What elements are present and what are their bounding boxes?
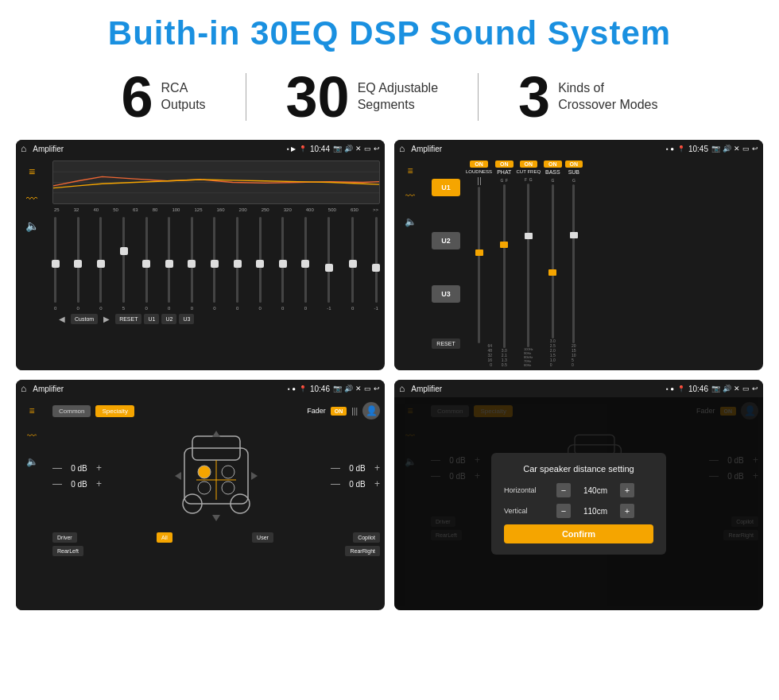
home-icon-3[interactable]: ⌂ — [21, 383, 26, 394]
eq-slider-14[interactable]: 0 — [351, 215, 354, 311]
stat-eq: 30 EQ AdjustableSegments — [246, 68, 479, 126]
horizontal-plus-btn[interactable]: + — [620, 483, 634, 497]
copilot-btn[interactable]: Copilot — [353, 532, 380, 543]
camera-icon-1: 📷 — [333, 145, 342, 153]
eq-icon-2[interactable]: ≡ — [407, 165, 413, 176]
u3-btn[interactable]: U3 — [432, 285, 460, 303]
fader-db-val-4: 0 dB — [343, 480, 371, 489]
back-icon-3[interactable]: ↩ — [374, 385, 380, 393]
fader-plus-3[interactable]: + — [374, 462, 380, 474]
fader-left-controls: — 0 dB + — 0 dB + — [52, 462, 102, 489]
wave-icon-2[interactable]: 〰 — [405, 191, 415, 202]
slider-val-15: -1 — [374, 306, 378, 311]
eq-slider-15[interactable]: -1 — [374, 215, 378, 311]
freq-500: 500 — [328, 207, 336, 212]
eq-icon-3[interactable]: ≡ — [29, 405, 34, 416]
speaker-icon-2[interactable]: 🔈 — [405, 216, 417, 227]
home-icon-4[interactable]: ⌂ — [399, 383, 405, 394]
back-icon-4[interactable]: ↩ — [752, 385, 758, 393]
u2-btn[interactable]: U2 — [432, 232, 460, 249]
fader-minus-1[interactable]: — — [52, 462, 62, 474]
vertical-minus-btn[interactable]: − — [556, 504, 571, 518]
speaker-icon[interactable]: 🔈 — [25, 219, 39, 232]
eq-slider-2[interactable]: 0 — [77, 215, 79, 311]
slider-val-9: 0 — [236, 306, 238, 311]
eq-slider-7[interactable]: 0 — [191, 215, 193, 311]
user-btn[interactable]: User — [252, 532, 273, 543]
phat-label: PHAT — [497, 169, 511, 175]
fader-plus-1[interactable]: + — [96, 462, 102, 474]
slider-val-1: 0 — [54, 306, 56, 311]
eq-slider-3[interactable]: 0 — [99, 215, 102, 311]
u1-btn-eq[interactable]: U1 — [144, 314, 159, 324]
back-icon-1[interactable]: ↩ — [374, 145, 380, 153]
eq-slider-6[interactable]: 0 — [168, 215, 170, 311]
eq-slider-11[interactable]: 0 — [281, 215, 284, 311]
wave-icon-3[interactable]: 〰 — [27, 431, 37, 442]
eq-slider-8[interactable]: 0 — [213, 215, 215, 311]
channel-phat: ON PHAT G F 3.02.11.30.5 — [495, 160, 514, 367]
eq-slider-5[interactable]: 0 — [145, 215, 147, 311]
eq-slider-12[interactable]: 0 — [304, 215, 307, 311]
eq-slider-9[interactable]: 0 — [236, 215, 238, 311]
specialty-tab[interactable]: Specialty — [95, 405, 134, 417]
fader-db-row-3: — 0 dB + — [331, 462, 380, 474]
rear-left-btn[interactable]: RearLeft — [52, 546, 83, 556]
phat-on-btn[interactable]: ON — [495, 160, 514, 168]
eq-content: ≡ 〰 🔈 25 — [16, 157, 385, 370]
play-btn[interactable]: ▶ — [100, 313, 113, 325]
fader-minus-4[interactable]: — — [331, 478, 340, 489]
wave-icon[interactable]: 〰 — [26, 192, 37, 205]
sub-on-btn[interactable]: ON — [565, 160, 583, 168]
fader-content: ≡ 〰 🔈 Common Specialty Fader ON ||| 👤 — — [16, 397, 385, 610]
common-tab[interactable]: Common — [52, 405, 91, 417]
cutfreq-on-btn[interactable]: ON — [520, 160, 538, 168]
reset-btn-eq[interactable]: RESET — [115, 314, 141, 324]
custom-btn[interactable]: Custom — [71, 314, 98, 324]
loudness-on-btn[interactable]: ON — [470, 160, 488, 168]
rear-right-btn[interactable]: RearRight — [345, 546, 380, 556]
eq-slider-4[interactable]: 5 — [122, 215, 125, 311]
freq-25: 25 — [54, 207, 60, 212]
volume-icon-4: 🔊 — [723, 385, 731, 393]
u1-btn[interactable]: U1 — [432, 179, 460, 196]
confirm-button[interactable]: Confirm — [504, 524, 653, 543]
back-icon-2[interactable]: ↩ — [752, 145, 758, 153]
fader-minus-2[interactable]: — — [52, 478, 62, 489]
fader-minus-3[interactable]: — — [331, 462, 340, 474]
driver-btn[interactable]: Driver — [52, 532, 77, 543]
eq-sliders-row: 0 0 0 5 0 — [52, 215, 380, 311]
eq-slider-10[interactable]: 0 — [258, 215, 261, 311]
eq-slider-13[interactable]: -1 — [327, 215, 331, 311]
fader-plus-2[interactable]: + — [96, 478, 102, 489]
u2-btn-eq[interactable]: U2 — [161, 314, 176, 324]
amp-sidebar: ≡ 〰 🔈 — [394, 157, 426, 370]
eq-icon[interactable]: ≡ — [29, 165, 35, 178]
home-icon-2[interactable]: ⌂ — [399, 143, 405, 154]
screen4-title: Amplifier — [411, 385, 663, 393]
fader-on-btn[interactable]: ON — [331, 407, 347, 416]
speaker-icon-3[interactable]: 🔈 — [26, 456, 38, 467]
eq-freq-labels: 25 32 40 50 63 80 100 125 160 200 250 32… — [52, 207, 380, 212]
bass-on-btn[interactable]: ON — [544, 160, 562, 168]
slider-val-8: 0 — [213, 306, 215, 311]
svg-marker-13 — [212, 431, 220, 437]
fader-plus-4[interactable]: + — [374, 478, 380, 489]
slider-val-4: 5 — [122, 306, 125, 311]
horizontal-minus-btn[interactable]: − — [556, 483, 571, 497]
reset-btn-amp[interactable]: RESET — [432, 338, 459, 349]
svg-marker-16 — [251, 472, 258, 480]
slider-val-6: 0 — [168, 306, 170, 311]
u3-btn-eq[interactable]: U3 — [179, 314, 194, 324]
eq-slider-1[interactable]: 0 — [54, 215, 56, 311]
all-btn[interactable]: All — [157, 532, 172, 543]
camera-icon-2: 📷 — [711, 145, 720, 153]
fader-db-row-1: — 0 dB + — [52, 462, 102, 474]
vertical-plus-btn[interactable]: + — [620, 504, 634, 518]
freq-630: 630 — [351, 207, 358, 212]
slider-val-13: -1 — [327, 306, 331, 311]
statusbar-3: ⌂ Amplifier ▪ ● 📍 10:46 📷 🔊 ✕ ▭ ↩ — [16, 380, 385, 397]
prev-btn[interactable]: ◀ — [56, 313, 68, 325]
battery-icon-3: ▭ — [364, 385, 371, 393]
home-icon-1[interactable]: ⌂ — [21, 143, 26, 154]
